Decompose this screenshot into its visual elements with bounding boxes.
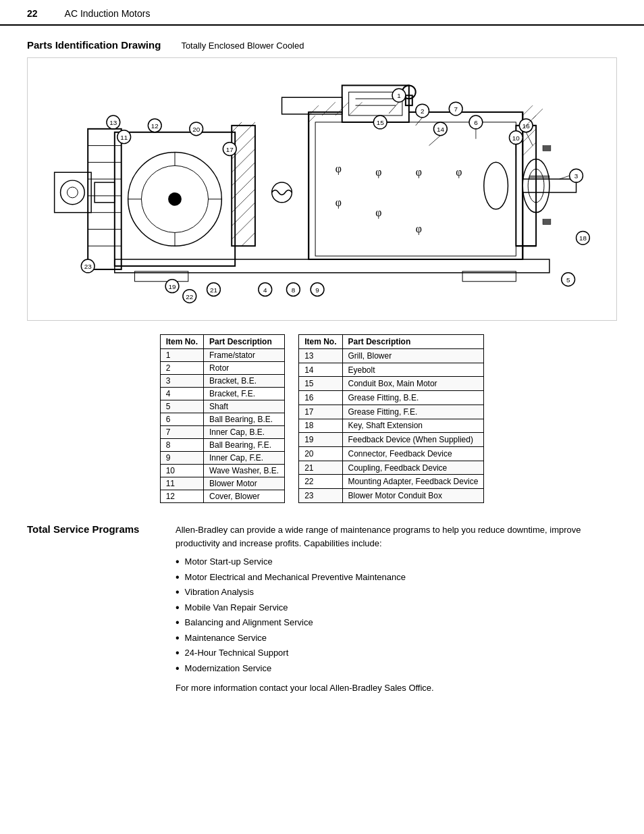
table-row: 9Inner Cap, F.E. (160, 452, 285, 465)
table-row: 18Key, Shaft Extension (299, 419, 484, 433)
list-item-text: 24-Hour Technical Support (185, 646, 289, 660)
col-part-desc-left: Part Description (204, 335, 285, 349)
service-intro: Allen-Bradley can provide a wide range o… (176, 523, 617, 550)
part-description: Inner Cap, F.E. (204, 452, 285, 465)
part-description: Ball Bearing, F.E. (204, 439, 285, 452)
svg-text:18: 18 (579, 234, 587, 242)
list-item-text: Vibration Analysis (185, 585, 254, 599)
table-row: 2Rotor (160, 362, 285, 375)
technical-drawing: φ φ φ φ φ φ φ (27, 57, 617, 321)
list-item: •Motor Electrical and Mechanical Prevent… (176, 571, 617, 584)
svg-text:3: 3 (574, 172, 579, 180)
part-description: Cover, Blower (204, 490, 285, 503)
svg-point-51 (484, 162, 508, 209)
svg-text:5: 5 (566, 276, 570, 284)
parts-section-header: Parts Identification Drawing Totally Enc… (27, 39, 617, 51)
part-description: Grill, Blower (342, 349, 484, 363)
svg-text:φ: φ (336, 197, 342, 209)
table-row: 16Grease Fitting, B.E. (299, 391, 484, 405)
svg-line-28 (232, 122, 242, 132)
item-number: 20 (299, 447, 342, 461)
item-number: 17 (299, 405, 342, 419)
item-number: 7 (160, 426, 203, 439)
part-description: Wave Washer, B.E. (204, 465, 285, 477)
bullet: • (176, 662, 180, 675)
svg-point-50 (272, 182, 292, 203)
svg-text:23: 23 (84, 263, 92, 270)
svg-rect-58 (95, 182, 115, 203)
item-number: 14 (299, 363, 342, 377)
svg-text:10: 10 (512, 134, 520, 142)
col-item-no-left: Item No. (160, 335, 203, 349)
svg-line-125 (522, 142, 536, 156)
svg-text:9: 9 (315, 286, 319, 294)
table-row: 23Blower Motor Conduit Box (299, 489, 484, 503)
item-number: 23 (299, 489, 342, 503)
part-description: Bracket, B.E. (204, 375, 285, 388)
svg-rect-0 (308, 112, 522, 259)
svg-rect-19 (88, 129, 122, 269)
bullet: • (176, 571, 180, 584)
item-number: 1 (160, 349, 203, 362)
table-row: 13Grill, Blower (299, 349, 484, 363)
table-row: 20Connector, Feedback Device (299, 447, 484, 461)
svg-text:12: 12 (151, 122, 159, 130)
service-section: Total Service Programs Allen-Bradley can… (27, 523, 617, 700)
bullet: • (176, 555, 180, 569)
table-row: 10Wave Washer, B.E. (160, 465, 285, 477)
svg-text:16: 16 (522, 122, 531, 130)
svg-text:φ: φ (375, 166, 381, 178)
table-row: 12Cover, Blower (160, 490, 285, 503)
item-number: 6 (160, 413, 203, 426)
item-number: 9 (160, 452, 203, 465)
item-number: 19 (299, 433, 342, 447)
item-number: 18 (299, 419, 342, 433)
list-item: •Modernization Service (176, 662, 617, 675)
svg-point-56 (61, 180, 85, 205)
svg-rect-5 (529, 176, 549, 179)
part-description: Connector, Feedback Device (342, 447, 484, 461)
part-description: Frame/stator (204, 349, 285, 362)
table-row: 15Conduit Box, Main Motor (299, 377, 484, 391)
item-number: 13 (299, 349, 342, 363)
part-description: Key, Shaft Extension (342, 419, 484, 433)
svg-text:14: 14 (437, 126, 445, 133)
list-item-text: Motor Electrical and Mechanical Preventi… (185, 571, 406, 584)
table-row: 6Ball Bearing, B.E. (160, 413, 285, 426)
item-number: 10 (160, 465, 203, 477)
svg-text:15: 15 (377, 119, 385, 126)
svg-text:φ: φ (416, 166, 422, 178)
table-row: 3Bracket, B.E. (160, 375, 285, 388)
svg-text:7: 7 (454, 105, 458, 113)
list-item-text: Motor Start-up Service (185, 555, 273, 569)
svg-text:4: 4 (263, 286, 267, 294)
table-row: 7Inner Cap, B.E. (160, 426, 285, 439)
part-description: Blower Motor Conduit Box (342, 489, 484, 503)
table-row: 22Mounting Adapter, Feedback Device (299, 475, 484, 489)
part-description: Grease Fitting, F.E. (342, 405, 484, 419)
list-item: •Motor Start-up Service (176, 555, 617, 569)
svg-point-14 (168, 192, 182, 206)
parts-table-right: Item No. Part Description 13Grill, Blowe… (298, 334, 484, 503)
part-description: Shaft (204, 400, 285, 413)
list-item-text: Maintenance Service (185, 631, 267, 645)
item-number: 15 (299, 377, 342, 391)
svg-line-110 (416, 118, 423, 126)
parts-section-subtitle: Totally Enclosed Blower Cooled (181, 41, 304, 51)
service-content: Allen-Bradley can provide a wide range o… (176, 523, 617, 700)
part-description: Coupling, Feedback Device (342, 461, 484, 475)
parts-section-title: Parts Identification Drawing (27, 39, 161, 51)
svg-rect-3 (315, 122, 516, 256)
list-item-text: Mobile Van Repair Service (185, 601, 288, 615)
item-number: 16 (299, 391, 342, 405)
list-item: •Vibration Analysis (176, 585, 617, 599)
page-header: 22 AC Induction Motors (0, 0, 644, 26)
page-content: Parts Identification Drawing Totally Enc… (0, 39, 644, 700)
svg-text:φ: φ (456, 166, 462, 178)
bullet: • (176, 631, 180, 645)
part-description: Eyebolt (342, 363, 484, 377)
table-row: 5Shaft (160, 400, 285, 413)
svg-text:6: 6 (474, 119, 478, 126)
item-number: 12 (160, 490, 203, 503)
item-number: 2 (160, 362, 203, 375)
